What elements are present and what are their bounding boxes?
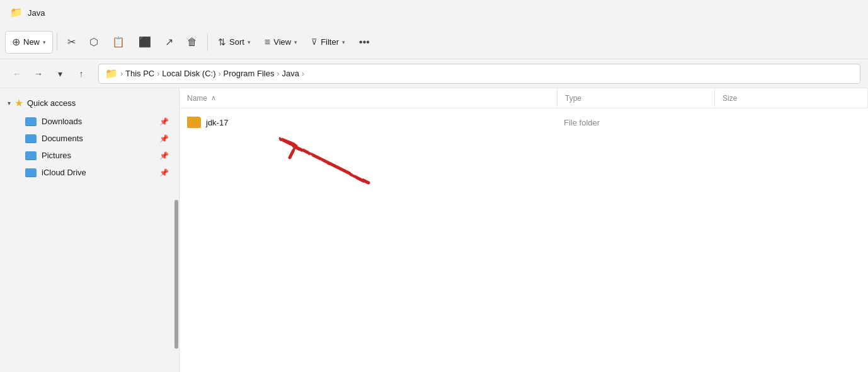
breadcrumb-thispc[interactable]: This PC	[125, 69, 154, 78]
sort-label: Sort	[229, 37, 244, 47]
cut-icon: ✂	[67, 36, 76, 48]
column-header-size[interactable]: Size	[715, 88, 868, 108]
sidebar-item-documents-label: Documents	[42, 134, 83, 143]
new-label: New	[23, 37, 40, 47]
back-icon: ←	[13, 69, 21, 79]
share-button[interactable]: ↗	[159, 31, 180, 54]
title-bar: 📁 Java	[0, 0, 868, 25]
breadcrumb-bar[interactable]: 📁 › This PC › Local Disk (C:) › Program …	[98, 64, 860, 84]
dropdown-icon: ▾	[58, 69, 62, 79]
pictures-pin-icon: 📌	[159, 151, 169, 160]
sidebar-item-icloud[interactable]: ⬛ iCloud Drive 📌	[3, 164, 176, 181]
breadcrumb-sep-4: ›	[302, 69, 304, 78]
jdk17-type: File folder	[564, 118, 721, 127]
delete-button[interactable]: 🗑	[181, 31, 203, 54]
downloads-folder-icon: ⬛	[25, 117, 37, 126]
view-button[interactable]: ≡ View ▾	[258, 31, 304, 54]
copy-icon: ⬡	[89, 36, 98, 48]
forward-button[interactable]: →	[29, 64, 48, 83]
sidebar-item-pictures-label: Pictures	[42, 151, 71, 160]
sidebar: ▾ ★ Quick access ⬛ Downloads 📌 ⬛ Documen…	[0, 88, 180, 372]
paste-icon: 📋	[112, 36, 125, 48]
nav-bar: ← → ▾ ↑ 📁 › This PC › Local Disk (C:) › …	[0, 59, 868, 88]
filter-label: Filter	[321, 37, 339, 47]
new-plus-icon: ⊕	[12, 36, 20, 48]
sidebar-scrollbar-thumb[interactable]	[174, 200, 178, 349]
icloud-folder-icon: ⬛	[25, 168, 37, 177]
quick-access-section[interactable]: ▾ ★ Quick access	[0, 93, 179, 113]
column-name-sort-icon: ∧	[211, 94, 216, 102]
view-icon: ≡	[265, 37, 270, 48]
new-button[interactable]: ⊕ New ▾	[5, 31, 53, 54]
back-button[interactable]: ←	[8, 64, 26, 83]
breadcrumb-sep-0: ›	[120, 69, 123, 78]
rename-button[interactable]: ⬛	[132, 31, 157, 54]
toolbar-divider-2	[207, 33, 208, 51]
sort-chevron-icon: ▾	[248, 39, 251, 45]
breadcrumb-sep-2: ›	[218, 69, 220, 78]
copy-button[interactable]: ⬡	[83, 31, 105, 54]
documents-pin-icon: 📌	[159, 134, 169, 143]
forward-icon: →	[34, 69, 43, 79]
downloads-pin-icon: 📌	[159, 117, 169, 126]
sidebar-item-icloud-label: iCloud Drive	[42, 168, 86, 177]
title-bar-folder-icon: 📁	[10, 6, 23, 19]
quick-access-chevron-icon: ▾	[8, 100, 11, 107]
breadcrumb-folder-icon: 📁	[105, 67, 118, 79]
breadcrumb-sep-1: ›	[157, 69, 159, 78]
sort-button[interactable]: ⇅ Sort ▾	[212, 31, 257, 54]
view-label: View	[273, 37, 291, 47]
file-list: 📁 jdk-17 File folder	[180, 108, 868, 136]
sort-icon: ⇅	[218, 37, 226, 48]
jdk17-folder-icon: 📁	[187, 117, 201, 128]
sidebar-scrollbar-track[interactable]	[174, 88, 179, 372]
delete-icon: 🗑	[187, 37, 197, 48]
breadcrumb-localdisk[interactable]: Local Disk (C:)	[162, 69, 215, 78]
more-icon: •••	[359, 37, 370, 48]
rename-icon: ⬛	[139, 36, 151, 48]
file-pane-header: Name ∧ Type Size	[180, 88, 868, 108]
title-bar-title: Java	[28, 8, 45, 18]
column-header-name[interactable]: Name ∧	[180, 88, 557, 108]
breadcrumb-sep-3: ›	[277, 69, 279, 78]
quick-access-label: Quick access	[27, 98, 76, 108]
paste-button[interactable]: 📋	[106, 31, 131, 54]
up-button[interactable]: ↑	[72, 64, 91, 83]
icloud-pin-icon: 📌	[159, 168, 169, 177]
filter-icon: ⊽	[311, 37, 317, 47]
documents-folder-icon: ⬛	[25, 134, 37, 143]
content-wrapper: ▾ ★ Quick access ⬛ Downloads 📌 ⬛ Documen…	[0, 88, 868, 372]
share-icon: ↗	[165, 36, 173, 48]
column-type-label: Type	[565, 94, 581, 103]
filter-button[interactable]: ⊽ Filter ▾	[305, 31, 351, 54]
cut-button[interactable]: ✂	[61, 31, 82, 54]
toolbar: ⊕ New ▾ ✂ ⬡ 📋 ⬛ ↗ 🗑 ⇅ Sort ▾ ≡ View ▾ ⊽ …	[0, 25, 868, 59]
new-chevron-icon: ▾	[43, 39, 46, 45]
column-header-type[interactable]: Type	[557, 88, 715, 108]
file-row-jdk17[interactable]: 📁 jdk-17 File folder	[180, 111, 868, 134]
sidebar-item-documents[interactable]: ⬛ Documents 📌	[3, 130, 176, 147]
pictures-folder-icon: ⬛	[25, 151, 37, 160]
more-button[interactable]: •••	[353, 31, 376, 54]
toolbar-divider-1	[57, 33, 57, 51]
column-name-label: Name	[187, 94, 207, 103]
dropdown-button[interactable]: ▾	[50, 64, 69, 83]
file-pane: Name ∧ Type Size 📁 jdk-17 File folder	[180, 88, 868, 372]
view-chevron-icon: ▾	[294, 39, 297, 45]
sidebar-item-downloads-label: Downloads	[42, 117, 82, 126]
breadcrumb-programfiles[interactable]: Program Files	[223, 69, 274, 78]
sidebar-item-downloads[interactable]: ⬛ Downloads 📌	[3, 113, 176, 130]
jdk17-name: jdk-17	[206, 118, 559, 127]
sidebar-item-pictures[interactable]: ⬛ Pictures 📌	[3, 147, 176, 164]
filter-chevron-icon: ▾	[342, 39, 345, 45]
breadcrumb-java[interactable]: Java	[282, 69, 299, 78]
column-size-label: Size	[722, 94, 737, 103]
quick-access-star-icon: ★	[14, 97, 23, 109]
up-icon: ↑	[79, 69, 84, 79]
